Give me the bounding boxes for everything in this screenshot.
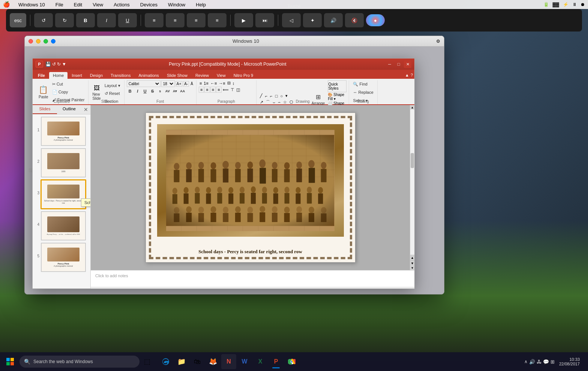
win-expand-btn[interactable] (51, 39, 56, 44)
touchbar-back[interactable]: ◁ (282, 13, 301, 27)
tab-design[interactable]: Design (86, 72, 106, 79)
slide-next-arrow[interactable]: ▼ (410, 260, 414, 266)
decrease-indent-btn[interactable]: ←≡ (210, 81, 218, 86)
taskbar-search[interactable]: 🔍 Search the web and Windows (20, 356, 140, 368)
touchbar-underline[interactable]: U (118, 13, 137, 27)
start-button[interactable] (3, 354, 17, 369)
systray-network[interactable]: 🖧 (537, 359, 542, 365)
tab-review[interactable]: Review (192, 72, 213, 79)
numbering-btn[interactable]: 1≡ (203, 81, 209, 86)
align-left-btn[interactable]: ≡ (199, 87, 204, 93)
slide-prev-arrow[interactable]: ▲ (410, 255, 414, 260)
touchbar-esc[interactable]: esc (10, 13, 26, 27)
mac-menu-help[interactable]: Help (194, 1, 208, 8)
win-min-btn[interactable] (36, 39, 40, 44)
touchbar-italic[interactable]: I (97, 13, 116, 27)
shape-tool-circle[interactable]: ○ (279, 93, 284, 99)
touchbar-mute[interactable]: 🔇 (345, 13, 364, 27)
tab-slideshow[interactable]: Slide Show (163, 72, 191, 79)
bullets-btn[interactable]: ≡ (199, 81, 202, 86)
char-spacing-btn[interactable]: AA (179, 88, 186, 95)
tab-animations[interactable]: Animations (135, 72, 162, 79)
ppt-close[interactable]: ✕ (404, 60, 411, 68)
font-decrease-btn[interactable]: A- (183, 81, 189, 87)
bold-btn[interactable]: B (127, 88, 134, 95)
slide-thumb-4[interactable]: A young Percy, ... on his ... confirmed,… (41, 211, 86, 240)
italic-btn[interactable]: I (134, 88, 141, 95)
spacing-btn[interactable]: AV (164, 88, 171, 95)
slide-thumb-1[interactable]: Percy Pink A photographic memoir (41, 117, 86, 146)
slide-panel-close[interactable]: ✕ (81, 105, 90, 114)
slides-tab[interactable]: Slides (33, 105, 57, 114)
scrollbar-up-btn[interactable]: ▲ (410, 105, 414, 110)
text-direction-btn[interactable]: ⟸ (222, 87, 230, 93)
taskbar-clock[interactable]: 10:33 22/08/2017 (557, 356, 582, 367)
underline-btn[interactable]: U (142, 88, 148, 95)
slide-thumb-5[interactable]: Percy Pink A photographic memoir (41, 243, 86, 272)
touchbar-bold[interactable]: B (76, 13, 95, 27)
quick-styles-area[interactable]: Quick Styles (328, 80, 346, 92)
touchbar-align-right[interactable]: ≡ (187, 13, 206, 27)
increase-indent-btn[interactable]: →≡ (218, 81, 226, 86)
tab-transitions[interactable]: Transitions (107, 72, 134, 79)
taskbar-powerpoint[interactable]: P (268, 354, 284, 369)
layout-btn[interactable]: Layout ▾ (103, 82, 122, 89)
shapes-more[interactable]: ▾ (284, 93, 289, 99)
systray-messages[interactable]: 💬 (543, 359, 549, 365)
touchbar-play[interactable]: ▶ (234, 13, 253, 27)
qat-redo[interactable]: ↻ (57, 62, 61, 67)
qat-undo[interactable]: ↺ (52, 62, 56, 67)
align-center-btn[interactable]: ≡ (204, 87, 210, 93)
taskbar-chrome[interactable] (284, 354, 299, 369)
font-size-select[interactable]: 18 (161, 80, 175, 87)
apple-menu-icon[interactable]: 🍎 (3, 1, 10, 8)
mac-menu-file[interactable]: File (53, 1, 66, 8)
touchbar-siri[interactable]: ● (366, 14, 385, 26)
font-color-btn[interactable]: A▾ (172, 88, 178, 95)
win-settings-icon[interactable]: ⚙ (436, 39, 440, 44)
columns-btn[interactable]: ⊟ (226, 80, 231, 86)
align-text-btn[interactable]: ⊤ (230, 87, 235, 93)
tab-insert[interactable]: Insert (68, 72, 86, 79)
touchbar-align-center[interactable]: ≡ (166, 13, 184, 27)
ppt-minimize[interactable]: ─ (386, 60, 393, 68)
strikethrough-btn[interactable]: S (149, 88, 156, 95)
scrollbar-down-btn[interactable]: ▼ (410, 266, 414, 270)
align-right-btn[interactable]: ≡ (210, 87, 216, 93)
win-close-btn[interactable] (28, 39, 33, 44)
clear-format-btn[interactable]: Ā (190, 81, 194, 86)
touchbar-volume[interactable]: 🔊 (324, 13, 343, 27)
ribbon-paste-btn[interactable]: 📋 Paste (37, 83, 50, 101)
shape-tool-3[interactable]: ⌐ (269, 93, 273, 99)
copy-btn[interactable]: 📄 Copy (51, 88, 86, 96)
shape-tool-1[interactable]: ╱ (259, 93, 264, 99)
mac-menu-windows10[interactable]: Windows 10 (16, 1, 47, 8)
slide-editing-area[interactable]: School days - Percy is seated far right,… (91, 105, 410, 270)
font-family-select[interactable]: Calibri (127, 80, 160, 87)
ribbon-help[interactable]: ? (411, 73, 413, 77)
reset-btn[interactable]: ↺ Reset (103, 90, 122, 97)
smartart-btn[interactable]: ◫ (236, 87, 241, 93)
tab-home[interactable]: Home (49, 72, 68, 79)
outline-tab[interactable]: Outline (57, 105, 81, 114)
win-max-btn[interactable] (44, 39, 48, 44)
slide-area-scrollbar[interactable]: ▲ ▲ ▼ ▼ (410, 105, 414, 270)
font-increase-btn[interactable]: A+ (176, 81, 183, 87)
qat-more[interactable]: ▼ (62, 62, 66, 67)
slide-thumb-2[interactable]: 1895 (41, 148, 86, 177)
systray-action-center[interactable]: ⊞ (550, 359, 555, 365)
cut-btn[interactable]: ✂ Cut (51, 80, 86, 88)
touchbar-redo[interactable]: ↻ (55, 13, 74, 27)
ppt-maximize[interactable]: □ (395, 60, 402, 68)
touchbar-brightness[interactable]: ✦ (303, 13, 322, 27)
taskbar-nitro[interactable]: N (221, 354, 236, 369)
taskbar-file-explorer[interactable]: 📁 (174, 354, 189, 369)
mac-menu-actions[interactable]: Actions (111, 1, 132, 8)
find-btn[interactable]: 🔍 Find (351, 80, 375, 88)
mac-menu-window[interactable]: Window (166, 1, 188, 8)
notes-area[interactable]: Click to add notes (91, 270, 414, 287)
touchbar-align-left[interactable]: ≡ (145, 13, 164, 27)
mac-menu-devices[interactable]: Devices (138, 1, 160, 8)
taskbar-edge[interactable] (158, 354, 173, 369)
shape-tool-rect[interactable]: □ (274, 93, 279, 99)
